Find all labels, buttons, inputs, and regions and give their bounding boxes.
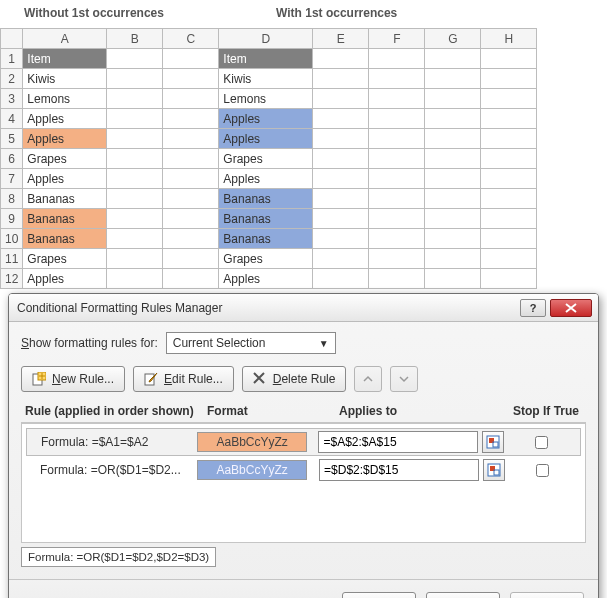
column-header[interactable]: A bbox=[23, 29, 107, 49]
rule-row[interactable]: Formula: =$A1=$A2AaBbCcYyZz bbox=[26, 428, 581, 456]
cell[interactable] bbox=[163, 249, 219, 269]
column-header[interactable]: D bbox=[219, 29, 313, 49]
cell[interactable]: Lemons bbox=[219, 89, 313, 109]
rule-row[interactable]: Formula: =OR($D1=$D2...AaBbCcYyZz bbox=[26, 456, 581, 484]
cell[interactable] bbox=[369, 189, 425, 209]
row-header[interactable]: 9 bbox=[1, 209, 23, 229]
cell[interactable] bbox=[369, 169, 425, 189]
cell[interactable] bbox=[425, 269, 481, 289]
row-header[interactable]: 2 bbox=[1, 69, 23, 89]
cell[interactable]: Lemons bbox=[23, 89, 107, 109]
cell[interactable] bbox=[163, 149, 219, 169]
stop-if-true-checkbox[interactable] bbox=[535, 436, 548, 449]
cell[interactable] bbox=[425, 129, 481, 149]
cell[interactable] bbox=[313, 269, 369, 289]
cell[interactable] bbox=[163, 229, 219, 249]
cell[interactable] bbox=[163, 209, 219, 229]
applies-to-input[interactable] bbox=[318, 431, 478, 453]
cell[interactable]: Bananas bbox=[23, 209, 107, 229]
cell[interactable]: Apples bbox=[219, 109, 313, 129]
range-picker-button[interactable] bbox=[483, 459, 505, 481]
cell[interactable]: Item bbox=[23, 49, 107, 69]
cell[interactable] bbox=[107, 269, 163, 289]
cell[interactable] bbox=[481, 129, 537, 149]
cell[interactable] bbox=[107, 89, 163, 109]
cell[interactable] bbox=[313, 169, 369, 189]
cell[interactable] bbox=[163, 69, 219, 89]
cell[interactable]: Kiwis bbox=[23, 69, 107, 89]
cell[interactable] bbox=[481, 269, 537, 289]
column-header[interactable]: B bbox=[107, 29, 163, 49]
cell[interactable] bbox=[107, 49, 163, 69]
cell[interactable]: Grapes bbox=[23, 249, 107, 269]
cell[interactable] bbox=[313, 49, 369, 69]
cell[interactable] bbox=[107, 149, 163, 169]
cell[interactable] bbox=[425, 229, 481, 249]
cell[interactable] bbox=[481, 229, 537, 249]
cell[interactable]: Grapes bbox=[219, 149, 313, 169]
cell[interactable] bbox=[369, 49, 425, 69]
cell[interactable]: Apples bbox=[23, 109, 107, 129]
cell[interactable] bbox=[369, 89, 425, 109]
cell[interactable] bbox=[107, 109, 163, 129]
row-header[interactable]: 1 bbox=[1, 49, 23, 69]
cell[interactable]: Bananas bbox=[219, 229, 313, 249]
cell[interactable] bbox=[425, 109, 481, 129]
cell[interactable] bbox=[425, 249, 481, 269]
move-down-button[interactable] bbox=[390, 366, 418, 392]
move-up-button[interactable] bbox=[354, 366, 382, 392]
spreadsheet-grid[interactable]: ABCDEFGH 1ItemItem2KiwisKiwis3LemonsLemo… bbox=[0, 28, 537, 289]
cell[interactable] bbox=[481, 209, 537, 229]
row-header[interactable]: 11 bbox=[1, 249, 23, 269]
cell[interactable] bbox=[425, 149, 481, 169]
cell[interactable]: Bananas bbox=[219, 189, 313, 209]
row-header[interactable]: 4 bbox=[1, 109, 23, 129]
cell[interactable] bbox=[163, 169, 219, 189]
cell[interactable] bbox=[313, 129, 369, 149]
new-rule-button[interactable]: New Rule... bbox=[21, 366, 125, 392]
cell[interactable] bbox=[313, 69, 369, 89]
cell[interactable] bbox=[163, 109, 219, 129]
cell[interactable] bbox=[313, 109, 369, 129]
row-header[interactable]: 3 bbox=[1, 89, 23, 109]
cell[interactable]: Apples bbox=[219, 129, 313, 149]
cell[interactable] bbox=[313, 89, 369, 109]
cell[interactable] bbox=[107, 169, 163, 189]
column-header[interactable]: C bbox=[163, 29, 219, 49]
cell[interactable] bbox=[107, 129, 163, 149]
delete-rule-button[interactable]: Delete Rule bbox=[242, 366, 347, 392]
cell[interactable] bbox=[369, 109, 425, 129]
cell[interactable] bbox=[163, 129, 219, 149]
cell[interactable] bbox=[481, 149, 537, 169]
cell[interactable] bbox=[481, 109, 537, 129]
cell[interactable]: Apples bbox=[219, 169, 313, 189]
row-header[interactable]: 7 bbox=[1, 169, 23, 189]
cell[interactable] bbox=[481, 89, 537, 109]
cell[interactable] bbox=[425, 89, 481, 109]
edit-rule-button[interactable]: Edit Rule... bbox=[133, 366, 234, 392]
column-header[interactable]: F bbox=[369, 29, 425, 49]
cell[interactable] bbox=[313, 149, 369, 169]
apply-button[interactable]: Apply bbox=[510, 592, 584, 598]
cell[interactable]: Apples bbox=[23, 269, 107, 289]
cell[interactable]: Kiwis bbox=[219, 69, 313, 89]
row-header[interactable]: 6 bbox=[1, 149, 23, 169]
cell[interactable] bbox=[369, 209, 425, 229]
cell[interactable] bbox=[107, 69, 163, 89]
cell[interactable] bbox=[481, 49, 537, 69]
cell[interactable]: Item bbox=[219, 49, 313, 69]
cell[interactable] bbox=[163, 89, 219, 109]
cell[interactable] bbox=[425, 69, 481, 89]
row-header[interactable]: 8 bbox=[1, 189, 23, 209]
dialog-titlebar[interactable]: Conditional Formatting Rules Manager ? bbox=[9, 294, 598, 322]
applies-to-input[interactable] bbox=[319, 459, 479, 481]
close-window-button[interactable] bbox=[550, 299, 592, 317]
cell[interactable] bbox=[425, 209, 481, 229]
cell[interactable]: Apples bbox=[23, 169, 107, 189]
cell[interactable] bbox=[481, 69, 537, 89]
cell[interactable] bbox=[163, 189, 219, 209]
cell[interactable] bbox=[107, 189, 163, 209]
cell[interactable] bbox=[313, 189, 369, 209]
cell[interactable] bbox=[163, 269, 219, 289]
column-header[interactable]: H bbox=[481, 29, 537, 49]
